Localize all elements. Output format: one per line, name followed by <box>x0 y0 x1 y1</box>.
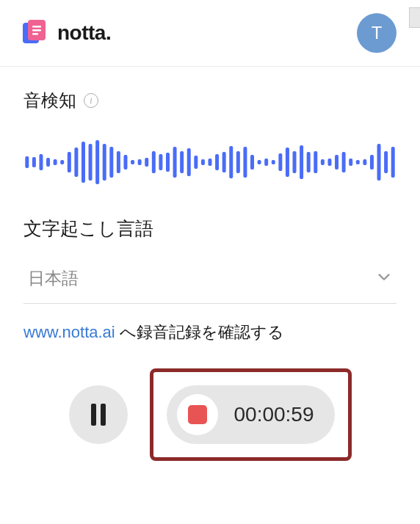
svg-rect-45 <box>307 152 311 172</box>
svg-rect-35 <box>236 151 240 173</box>
svg-rect-29 <box>194 156 198 169</box>
svg-rect-26 <box>173 147 177 178</box>
svg-rect-53 <box>363 159 366 165</box>
notta-website-link[interactable]: www.notta.ai <box>23 323 115 341</box>
stop-timer-group: 00:00:59 <box>150 368 352 461</box>
svg-rect-48 <box>327 159 331 166</box>
svg-rect-21 <box>138 159 142 165</box>
svg-rect-4 <box>32 33 38 35</box>
info-icon[interactable]: i <box>84 93 98 108</box>
stop-timer-pill: 00:00:59 <box>167 385 335 444</box>
pause-icon <box>91 404 106 426</box>
svg-rect-33 <box>222 152 226 172</box>
logo-text: notta. <box>57 21 111 45</box>
svg-rect-51 <box>349 159 352 166</box>
svg-rect-49 <box>335 155 338 170</box>
svg-rect-41 <box>278 153 282 171</box>
svg-rect-11 <box>68 152 71 172</box>
svg-rect-38 <box>258 160 261 164</box>
logo: notta. <box>21 18 111 48</box>
svg-rect-9 <box>54 159 57 165</box>
svg-rect-15 <box>95 140 99 184</box>
svg-rect-8 <box>46 158 50 167</box>
header: notta. T <box>0 0 420 67</box>
svg-rect-50 <box>342 152 346 172</box>
svg-rect-24 <box>159 154 162 170</box>
svg-rect-55 <box>377 144 381 181</box>
svg-rect-30 <box>201 159 205 165</box>
svg-rect-10 <box>60 160 64 164</box>
pause-button[interactable] <box>69 385 128 444</box>
svg-rect-25 <box>166 153 170 172</box>
language-selected-value: 日本語 <box>28 267 79 290</box>
svg-rect-7 <box>39 154 43 170</box>
svg-rect-57 <box>391 147 395 178</box>
svg-rect-56 <box>384 151 388 173</box>
svg-rect-6 <box>32 157 36 167</box>
svg-rect-5 <box>25 156 29 168</box>
svg-rect-44 <box>300 145 303 179</box>
recorder-controls: 00:00:59 <box>23 368 397 461</box>
svg-rect-2 <box>32 26 41 28</box>
svg-rect-17 <box>109 147 113 178</box>
sound-detection-title: 音検知 i <box>23 89 397 112</box>
svg-rect-40 <box>272 160 275 164</box>
svg-rect-12 <box>74 148 78 177</box>
avatar[interactable]: T <box>357 13 397 53</box>
svg-rect-3 <box>32 29 41 32</box>
sound-detection-label: 音検知 <box>23 89 76 112</box>
link-suffix-text: へ録音記録を確認する <box>115 323 284 341</box>
svg-rect-18 <box>117 151 120 173</box>
logo-mark-icon <box>21 18 50 48</box>
svg-rect-36 <box>243 147 247 178</box>
recording-timer: 00:00:59 <box>234 403 314 426</box>
audio-waveform <box>23 133 397 192</box>
svg-rect-54 <box>370 155 374 170</box>
external-link-row: www.notta.ai へ録音記録を確認する <box>23 321 397 343</box>
chevron-down-icon <box>376 269 392 288</box>
svg-rect-19 <box>123 155 127 170</box>
language-select[interactable]: 日本語 <box>23 260 397 304</box>
svg-rect-34 <box>229 146 233 178</box>
svg-rect-14 <box>89 144 93 181</box>
stop-icon <box>188 405 207 424</box>
svg-rect-23 <box>152 151 156 173</box>
svg-rect-47 <box>321 159 325 165</box>
avatar-initial: T <box>372 23 383 43</box>
svg-rect-37 <box>250 155 254 170</box>
svg-rect-13 <box>82 142 85 183</box>
svg-rect-20 <box>131 160 134 164</box>
transcription-language-title: 文字起こし言語 <box>23 216 397 241</box>
svg-rect-22 <box>145 158 148 167</box>
svg-rect-43 <box>293 151 297 173</box>
svg-rect-28 <box>187 148 191 176</box>
svg-rect-31 <box>209 159 212 166</box>
svg-rect-16 <box>103 144 106 181</box>
main-content: 音検知 i 文字起こし言語 日本語 www.notta.ai へ録音記録を確認す… <box>0 67 420 461</box>
svg-rect-52 <box>356 160 360 164</box>
side-tab[interactable] <box>409 7 420 28</box>
svg-rect-42 <box>286 148 289 177</box>
svg-rect-46 <box>314 151 317 173</box>
svg-rect-27 <box>180 151 184 173</box>
svg-rect-39 <box>264 159 268 166</box>
stop-button[interactable] <box>177 394 218 435</box>
svg-rect-32 <box>215 154 219 170</box>
